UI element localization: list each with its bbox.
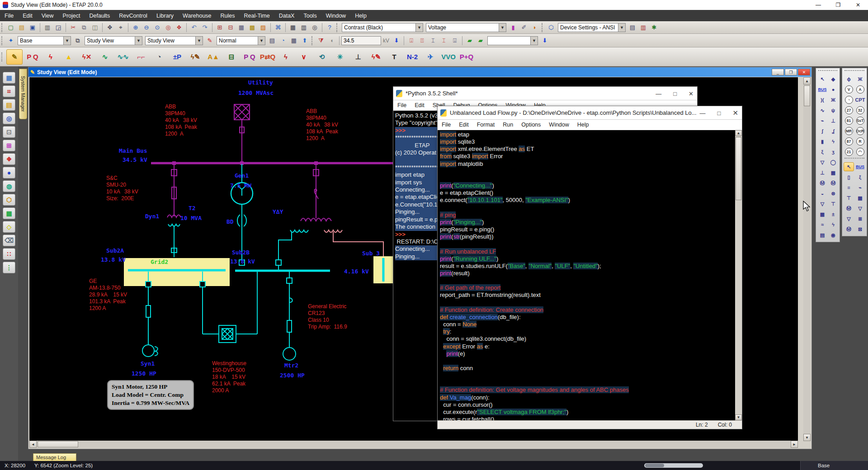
ac-element-icon[interactable]: )(	[817, 95, 828, 104]
editor-scrollbar[interactable]: ▲ ▼	[735, 130, 742, 420]
report-icon[interactable]: ▥	[299, 23, 309, 33]
diagram-label[interactable]: General Electric CR123 Class 10 Trip Amp…	[308, 303, 347, 330]
scroll-right-icon[interactable]: ►	[791, 441, 798, 448]
instrument-icon[interactable]: R	[855, 137, 865, 146]
diagram-label[interactable]: Grid2	[151, 258, 168, 266]
ac-element-icon[interactable]: Ⓜ	[817, 179, 828, 188]
left-tool-icon-0[interactable]: ▦	[3, 72, 15, 84]
apply-icon[interactable]: ⬇	[540, 36, 550, 46]
toolbar-grip[interactable]	[1, 52, 4, 61]
diagram-label[interactable]: ABB 38PM40 40 kA 38 kV 108 kA Peak 1200 …	[165, 103, 197, 137]
palette-handle[interactable]	[844, 70, 864, 73]
align-left-icon[interactable]: ⌶	[428, 36, 438, 46]
zoom-out-icon[interactable]: ⊖	[142, 23, 151, 33]
ac-element-icon[interactable]: ʒ	[828, 147, 839, 156]
left-tool-icon-1[interactable]: ⌗	[3, 85, 15, 97]
clock-icon[interactable]: ◔	[278, 36, 288, 46]
sheet-icon[interactable]: ▤	[267, 36, 277, 46]
diagram-label[interactable]: S&C SMU-20 10 kA 38 kV Size: 200E	[106, 175, 138, 202]
diagram-label[interactable]: 34.5 kV	[123, 156, 147, 164]
chevron-down-icon[interactable]: ▼	[415, 24, 423, 32]
ac-element-icon[interactable]: ϟ	[828, 137, 839, 146]
ac-element-icon[interactable]: ▤	[817, 230, 828, 240]
undo-icon[interactable]: ↶	[189, 23, 199, 33]
lv-element-icon[interactable]: ↖	[844, 162, 854, 171]
editor-menu-file[interactable]: File	[438, 122, 455, 128]
instrument-icon[interactable]: CPT	[855, 95, 865, 104]
menu-window[interactable]: Window	[321, 10, 350, 21]
menu-revcontrol[interactable]: RevControl	[114, 10, 152, 21]
hscroll-thumb[interactable]	[38, 441, 78, 447]
left-tool-icon-11[interactable]: ◇	[3, 221, 15, 233]
ac-element-icon[interactable]: ʃ	[817, 127, 828, 136]
ac-element-icon[interactable]: ⊥	[817, 168, 828, 177]
instrument-icon[interactable]: 27	[844, 106, 854, 115]
ac-element-icon[interactable]: ◯	[828, 158, 839, 167]
menu-library[interactable]: Library	[152, 10, 178, 21]
tcc-button[interactable]: T	[386, 49, 402, 65]
ac-element-icon[interactable]: Ж	[828, 95, 839, 104]
lv-element-icon[interactable]: ⊤	[844, 193, 854, 202]
ground-grid-button[interactable]: ⊥	[350, 49, 366, 65]
shell-titlebar[interactable]: *Python 3.5.2 Shell* — □ ✕	[393, 87, 697, 100]
zoom-slider-thumb[interactable]	[645, 464, 664, 467]
diagram-label[interactable]: 1250 HP	[132, 370, 156, 377]
edit-config-icon[interactable]: ✎	[205, 36, 215, 46]
menu-file[interactable]: File	[0, 10, 18, 21]
chevron-down-icon[interactable]: ▼	[499, 24, 506, 32]
ac-element-icon[interactable]: Ⓜ	[828, 179, 839, 188]
diagram-label[interactable]: GE AM-13.8-750 28.9 kA 15 kV 101.3 kA Pe…	[89, 278, 127, 312]
vscroll-thumb[interactable]	[804, 85, 810, 106]
ac-element-icon[interactable]: ⊥	[828, 116, 839, 125]
revision-select[interactable]: Base▼	[18, 36, 71, 45]
diagram-label[interactable]: Sub 3	[362, 250, 380, 257]
chevron-down-icon[interactable]: ▼	[618, 24, 625, 32]
coordination-button[interactable]: ϟ✕	[79, 49, 95, 65]
close-button[interactable]: ✕	[848, 0, 868, 10]
device-cube-icon[interactable]: ⬡	[546, 23, 556, 33]
ac-element-icon[interactable]: ʆ	[828, 127, 839, 136]
ac-element-icon[interactable]: ⌁	[817, 116, 828, 125]
left-tool-icon-8[interactable]: ◍	[3, 180, 15, 192]
instrument-icon[interactable]: 81	[844, 116, 854, 125]
eraser-icon[interactable]: ◖	[327, 36, 337, 46]
pq-control-button[interactable]: P+Q	[458, 49, 475, 65]
zoom-in-icon[interactable]: ⊕	[131, 23, 141, 33]
diagram-label[interactable]: 1200 MVAsc	[238, 89, 274, 97]
motor-acceleration-button[interactable]: ∿	[97, 49, 113, 65]
voltage-stability-button[interactable]: ∨	[296, 49, 312, 65]
ac-element-icon[interactable]: ⊤	[828, 199, 839, 208]
ac-element-icon[interactable]: ↖	[817, 75, 828, 84]
ac-element-icon[interactable]: ▮	[817, 137, 828, 146]
open-icon[interactable]: ▤	[17, 23, 27, 33]
panel2-icon[interactable]: ▥	[638, 23, 648, 33]
grid-icon[interactable]: ▦	[236, 23, 246, 33]
ac-element-icon[interactable]: ●	[828, 85, 839, 94]
diagram-label[interactable]: Sub2B	[232, 249, 250, 256]
diagram-label[interactable]: 2500 HP	[280, 372, 305, 379]
window-restore-button[interactable]: ❐	[785, 69, 797, 75]
kv-input[interactable]	[341, 36, 381, 45]
window-close-button[interactable]: ✕	[798, 69, 810, 75]
menu-view[interactable]: View	[37, 10, 58, 21]
instrument-icon[interactable]: V	[844, 85, 854, 94]
protection-button[interactable]: ϟ✎	[368, 49, 384, 65]
shell-minimize-button[interactable]: —	[656, 90, 661, 97]
study-view-titlebar[interactable]: ✎ Study View (Edit Mode)	[28, 67, 811, 77]
diagram-label[interactable]: Mtr2	[284, 362, 298, 369]
save-icon[interactable]: ▣	[28, 23, 38, 33]
menu-datax[interactable]: DataX	[274, 10, 299, 21]
diagram-label[interactable]: Main Bus	[119, 147, 147, 155]
lv-element-icon[interactable]: ⊠	[855, 225, 865, 234]
find-icon[interactable]: ◎	[310, 23, 320, 33]
instrument-icon[interactable]: 21	[844, 147, 854, 156]
scroll-down-icon[interactable]: ▼	[803, 434, 811, 441]
switching-button[interactable]: ϟ	[278, 49, 294, 65]
redo-icon[interactable]: ↷	[200, 23, 210, 33]
star-z-button[interactable]: ✳	[332, 49, 348, 65]
print-icon[interactable]: ▥	[42, 23, 52, 33]
distribute-icon[interactable]: ⍗	[450, 36, 460, 46]
grid2-icon[interactable]: ▦	[289, 36, 299, 46]
edit-pencil-button[interactable]: ✎	[6, 49, 23, 65]
filter-icon[interactable]: ⧩	[316, 36, 326, 46]
